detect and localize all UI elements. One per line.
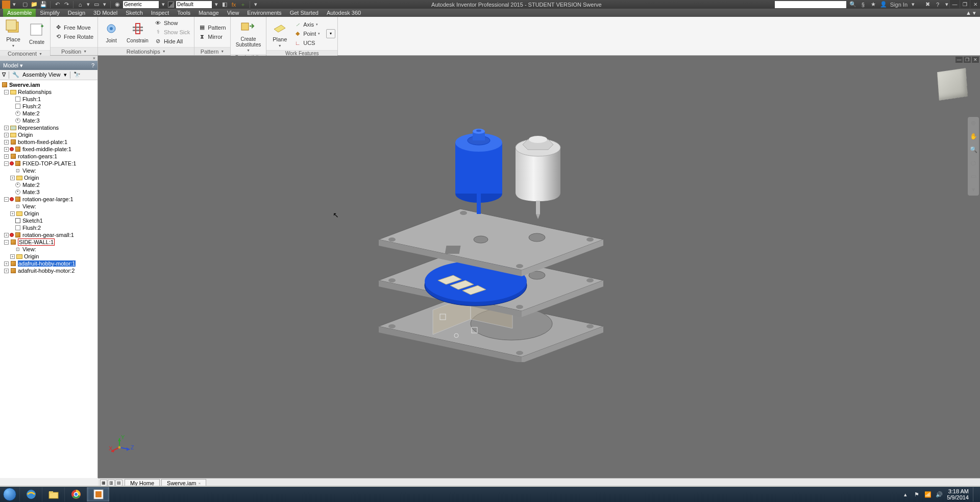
signin-link[interactable]: Sign In xyxy=(890,2,908,8)
tree-item[interactable]: ⊡View: xyxy=(1,246,96,253)
app-icon[interactable] xyxy=(2,1,10,9)
qat-open-icon[interactable]: 📁 xyxy=(31,1,38,8)
viewport-3d[interactable]: — ❐ ✕ ⊚ ✋ 🔍 ⭯ ▭ ▾ xyxy=(98,56,980,478)
tree-item[interactable]: +Origin xyxy=(1,253,96,260)
qat-home-icon[interactable]: ⌂ xyxy=(77,1,84,8)
nav-more-icon[interactable]: ▾ xyxy=(969,185,977,194)
find-icon[interactable]: 🔭 xyxy=(74,71,81,78)
window-minimize-button[interactable]: — xyxy=(949,0,960,8)
tree-item[interactable]: Mate:2 xyxy=(1,110,96,117)
pattern-button[interactable]: ▦Pattern xyxy=(197,23,228,32)
tree-item[interactable]: +Representations xyxy=(1,124,96,131)
tree-item[interactable]: Sketch1 xyxy=(1,217,96,224)
sub-icon[interactable]: § xyxy=(860,1,867,8)
qat-plus-icon[interactable]: + xyxy=(239,1,247,8)
signin-person-icon[interactable]: 👤 xyxy=(880,1,887,8)
tray-flag-icon[interactable]: ⚑ xyxy=(913,491,920,498)
qat-save-icon[interactable]: 💾 xyxy=(40,1,47,8)
panel-header[interactable]: Model ▾ ? xyxy=(0,61,97,70)
create-substitutes-button[interactable]: Create Substitutes ▼ xyxy=(233,18,264,53)
qat-select-icon[interactable]: ▭ xyxy=(93,1,100,8)
help-icon[interactable]: ? xyxy=(934,1,941,8)
tree-item[interactable]: Mate:3 xyxy=(1,188,96,196)
qat-select-drop[interactable]: ▾ xyxy=(102,1,107,8)
place-button[interactable]: Place▼ xyxy=(2,18,24,49)
tree-item[interactable]: Flush:1 xyxy=(1,95,96,103)
tab-sketch[interactable]: Sketch xyxy=(121,9,147,17)
qat-undo-icon[interactable]: ↶ xyxy=(54,1,61,8)
qat-home-drop[interactable]: ▾ xyxy=(86,1,91,8)
panel-help-icon[interactable]: ? xyxy=(91,62,94,68)
tree-item-selected[interactable]: +adafruit-hobby-motor:1 xyxy=(1,260,96,267)
nav-orbit-icon[interactable]: ⭯ xyxy=(969,159,977,167)
viewcube[interactable] xyxy=(937,68,968,100)
vp-minimize-button[interactable]: — xyxy=(955,57,963,63)
tree-item-sidewall[interactable]: −SIDE-WALL:1 xyxy=(1,238,96,246)
nav-wheel-icon[interactable]: ⊚ xyxy=(969,119,977,127)
qat-material-icon[interactable]: ◉ xyxy=(114,1,121,8)
tree-item[interactable]: +rotation-gears:1 xyxy=(1,153,96,160)
qat-new-icon[interactable]: ▢ xyxy=(21,1,29,8)
tree-item[interactable]: +Origin xyxy=(1,131,96,138)
window-restore-button[interactable]: ❐ xyxy=(960,0,970,8)
qat-customize-drop[interactable]: ▾ xyxy=(253,1,258,8)
x-exchange-icon[interactable]: ✖ xyxy=(924,1,931,8)
work-feat-opt-button[interactable]: ▾ xyxy=(326,29,335,38)
ucs-button[interactable]: ∟UCS xyxy=(292,38,322,47)
tab-get-started[interactable]: Get Started xyxy=(286,9,323,17)
tb-explorer-icon[interactable] xyxy=(42,487,64,501)
tab-autodesk-360[interactable]: Autodesk 360 xyxy=(323,9,365,17)
tab-3d-model[interactable]: 3D Model xyxy=(89,9,121,17)
free-rotate-button[interactable]: ⟲Free Rotate xyxy=(53,32,95,41)
tab-view[interactable]: View xyxy=(223,9,243,17)
tray-volume-icon[interactable]: 🔊 xyxy=(936,491,943,498)
tray-network-icon[interactable]: 📶 xyxy=(924,491,932,498)
tab-environments[interactable]: Environments xyxy=(243,9,285,17)
tree-item[interactable]: Flush:2 xyxy=(1,224,96,231)
vp-restore-button[interactable]: ❐ xyxy=(964,57,971,63)
panel-close-button[interactable]: × xyxy=(0,56,97,61)
filter-icon[interactable]: ∇ xyxy=(2,71,6,78)
nav-lookat-icon[interactable]: ▭ xyxy=(969,172,977,180)
free-move-button[interactable]: ✥Free Move xyxy=(53,23,95,32)
tray-up-icon[interactable]: ▴ xyxy=(902,491,909,498)
ribbon-collapse-icon[interactable]: ▲ ▾ xyxy=(962,9,980,17)
tree-item[interactable]: +adafruit-hobby-motor:2 xyxy=(1,267,96,274)
point-button[interactable]: ◆Point ▾ xyxy=(292,29,322,38)
nav-zoom-icon[interactable]: 🔍 xyxy=(969,146,977,154)
material-select[interactable]: Generic xyxy=(123,1,159,8)
constrain-button[interactable]: Constrain xyxy=(124,18,152,46)
taskbar-clock[interactable]: 3:18 AM 5/9/2014 xyxy=(947,488,969,500)
tree-item[interactable]: −FIXED-TOP-PLATE:1 xyxy=(1,160,96,167)
search-icon[interactable]: 🔍 xyxy=(849,1,856,8)
nav-pan-icon[interactable]: ✋ xyxy=(969,132,977,140)
tree-item[interactable]: +bottom-fixed-plate:1 xyxy=(1,138,96,146)
tab-tools[interactable]: Tools xyxy=(173,9,194,17)
help-drop[interactable]: ▾ xyxy=(944,1,949,8)
tree-item[interactable]: +Origin xyxy=(1,210,96,217)
tree-item[interactable]: −rotation-gear-large:1 xyxy=(1,196,96,203)
appearance-select[interactable]: Default xyxy=(176,1,212,8)
star-icon[interactable]: ★ xyxy=(870,1,877,8)
appearance-drop[interactable]: ▾ xyxy=(214,1,219,8)
assembly-view-icon[interactable]: 🔧 xyxy=(12,71,19,78)
qat-redo-icon[interactable]: ↷ xyxy=(63,1,70,8)
qat-color-icon[interactable]: ◧ xyxy=(221,1,228,8)
tree-item[interactable]: +fixed-middle-plate:1 xyxy=(1,146,96,153)
tab-manage[interactable]: Manage xyxy=(194,9,223,17)
search-input[interactable] xyxy=(775,1,846,8)
plane-button[interactable]: Plane▼ xyxy=(268,18,291,49)
tab-assemble[interactable]: Assemble xyxy=(3,9,36,17)
qat-file-dropdown[interactable]: ▾ xyxy=(12,1,17,8)
tree-item[interactable]: Mate:2 xyxy=(1,181,96,188)
show-button[interactable]: 👁Show xyxy=(153,18,192,28)
hide-all-button[interactable]: ⊘Hide All xyxy=(153,37,192,46)
tab-inspect[interactable]: Inspect xyxy=(147,9,173,17)
axis-button[interactable]: ⟋Axis ▾ xyxy=(292,20,322,29)
start-button[interactable] xyxy=(0,487,19,502)
tree-item[interactable]: +Origin xyxy=(1,174,96,181)
tree-item[interactable]: Mate:3 xyxy=(1,117,96,124)
signin-drop[interactable]: ▾ xyxy=(911,1,916,8)
material-drop[interactable]: ▾ xyxy=(161,1,166,8)
tree-item[interactable]: +rotation-gear-small:1 xyxy=(1,231,96,238)
